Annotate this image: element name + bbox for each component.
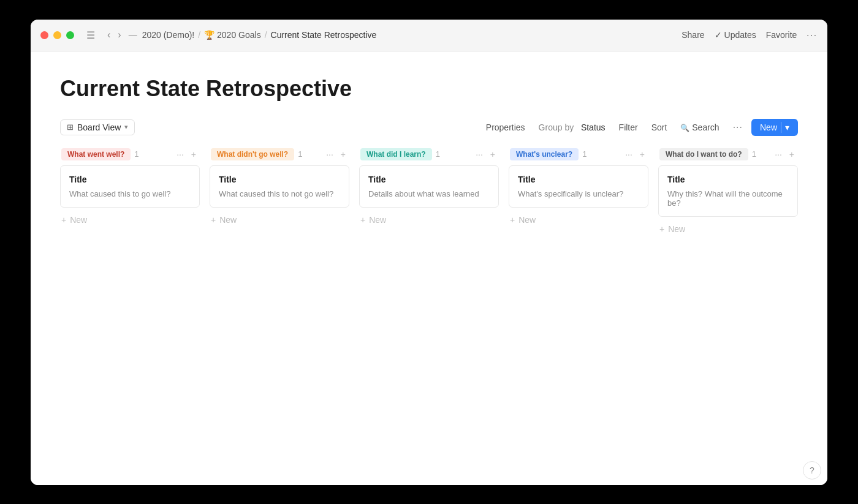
plus-icon-want-to-do: + — [659, 224, 664, 234]
column-header-want-to-do: What do I want to do? 1 ··· + — [658, 148, 798, 160]
help-button[interactable]: ? — [803, 461, 821, 480]
card-unclear[interactable]: Title What's specifically is unclear? — [509, 165, 648, 208]
card-title-want-to-do: Title — [667, 175, 789, 184]
card-title-went-well: Title — [69, 175, 191, 184]
card-desc-want-to-do: Why this? What will the outcome be? — [667, 189, 789, 208]
col-more-btn-learned[interactable]: ··· — [473, 148, 485, 160]
new-item-label-learned: New — [369, 215, 386, 225]
col-more-btn-not-go-well[interactable]: ··· — [324, 148, 336, 160]
plus-icon-unclear: + — [510, 215, 515, 225]
card-want-to-do[interactable]: Title Why this? What will the outcome be… — [658, 165, 798, 217]
column-header-learned: What did I learn? 1 ··· + — [359, 148, 499, 160]
col-more-btn-went-well[interactable]: ··· — [174, 148, 186, 160]
search-button[interactable]: 🔍 Search — [675, 120, 724, 135]
col-count-learned: 1 — [436, 149, 440, 159]
sort-button[interactable]: Sort — [647, 120, 672, 135]
card-title-not-go-well: Title — [219, 175, 340, 184]
breadcrumb-goals[interactable]: 🏆 2020 Goals — [204, 30, 261, 40]
column-not-go-well: What didn't go well? 1 ··· + Title What … — [210, 148, 349, 227]
card-desc-learned: Details about what was learned — [368, 189, 490, 198]
hamburger-button[interactable]: ☰ — [84, 28, 97, 42]
new-item-btn-want-to-do[interactable]: + New — [658, 222, 798, 236]
col-add-btn-went-well[interactable]: + — [189, 148, 199, 160]
col-badge-learned: What did I learn? — [360, 148, 432, 160]
col-actions-not-go-well: ··· + — [324, 148, 348, 160]
col-count-went-well: 1 — [134, 149, 139, 159]
col-add-btn-learned[interactable]: + — [488, 148, 498, 160]
maximize-button[interactable] — [66, 31, 74, 39]
view-selector[interactable]: ⊞ Board View ▾ — [60, 119, 135, 135]
card-went-well[interactable]: Title What caused this to go well? — [60, 165, 200, 208]
forward-button[interactable]: › — [115, 28, 123, 42]
window-controls — [40, 31, 74, 39]
new-label: New — [760, 122, 777, 132]
checkmark-icon: ✓ — [715, 30, 722, 40]
card-title-unclear: Title — [518, 175, 639, 184]
new-button[interactable]: New ▾ — [751, 119, 798, 136]
col-badge-want-to-do: What do I want to do? — [659, 148, 748, 160]
new-item-btn-unclear[interactable]: + New — [509, 213, 648, 227]
plus-icon-went-well: + — [61, 215, 66, 225]
breadcrumb-demo[interactable]: 2020 (Demo)! — [142, 30, 195, 40]
chevron-down-icon: ▾ — [124, 123, 128, 131]
col-actions-want-to-do: ··· + — [772, 148, 797, 160]
new-item-label-went-well: New — [70, 215, 87, 225]
col-more-btn-unclear[interactable]: ··· — [623, 148, 635, 160]
new-item-label-unclear: New — [518, 215, 536, 225]
column-went-well: What went well? 1 ··· + Title What cause… — [60, 148, 200, 227]
view-label: Board View — [77, 122, 121, 132]
col-badge-went-well: What went well? — [61, 148, 131, 160]
app-window: ☰ ‹ › — 2020 (Demo)! / 🏆 2020 Goals / Cu… — [31, 20, 827, 485]
card-not-go-well[interactable]: Title What caused this to not go well? — [210, 165, 349, 208]
group-by-button[interactable]: Group by Status — [534, 120, 610, 135]
filter-button[interactable]: Filter — [614, 120, 643, 135]
new-item-btn-not-go-well[interactable]: + New — [210, 213, 349, 227]
col-actions-went-well: ··· + — [174, 148, 199, 160]
breadcrumb-sep-2: / — [265, 30, 267, 40]
col-badge-unclear: What's unclear? — [510, 148, 579, 160]
share-button[interactable]: Share — [681, 30, 704, 40]
breadcrumb-current: Current State Retrospective — [271, 30, 377, 40]
card-learned[interactable]: Title Details about what was learned — [359, 165, 499, 208]
properties-button[interactable]: Properties — [481, 120, 530, 135]
col-add-btn-unclear[interactable]: + — [637, 148, 647, 160]
col-more-btn-want-to-do[interactable]: ··· — [772, 148, 784, 160]
col-add-btn-not-go-well[interactable]: + — [338, 148, 348, 160]
toolbar-right: Properties Group by Status Filter Sort 🔍… — [481, 119, 798, 136]
toolbar-more-button[interactable]: ··· — [728, 119, 748, 135]
col-badge-not-go-well: What didn't go well? — [211, 148, 294, 160]
card-desc-unclear: What's specifically is unclear? — [518, 189, 639, 198]
search-icon: 🔍 — [680, 124, 689, 132]
new-item-label-not-go-well: New — [219, 215, 237, 225]
new-item-btn-learned[interactable]: + New — [359, 213, 499, 227]
new-chevron-icon: ▾ — [785, 122, 789, 132]
column-header-went-well: What went well? 1 ··· + — [60, 148, 200, 160]
favorite-button[interactable]: Favorite — [766, 30, 797, 40]
breadcrumb: 2020 (Demo)! / 🏆 2020 Goals / Current St… — [142, 30, 682, 40]
board-view-icon: ⊞ — [67, 122, 74, 132]
close-button[interactable] — [40, 31, 48, 39]
back-button[interactable]: ‹ — [105, 28, 113, 42]
column-header-unclear: What's unclear? 1 ··· + — [509, 148, 648, 160]
updates-button[interactable]: ✓ Updates — [715, 30, 756, 40]
board: What went well? 1 ··· + Title What cause… — [60, 148, 798, 236]
col-add-btn-want-to-do[interactable]: + — [787, 148, 797, 160]
col-count-want-to-do: 1 — [752, 149, 756, 159]
column-header-not-go-well: What didn't go well? 1 ··· + — [210, 148, 349, 160]
dash-icon: — — [129, 30, 137, 40]
nav-arrows: ‹ › — [105, 28, 124, 42]
new-item-btn-went-well[interactable]: + New — [60, 213, 200, 227]
minimize-button[interactable] — [53, 31, 61, 39]
page-title: Current State Retrospective — [60, 76, 798, 102]
titlebar: ☰ ‹ › — 2020 (Demo)! / 🏆 2020 Goals / Cu… — [31, 20, 827, 51]
card-title-learned: Title — [368, 175, 490, 184]
titlebar-actions: Share ✓ Updates Favorite ··· — [681, 30, 818, 40]
plus-icon-learned: + — [360, 215, 365, 225]
column-unclear: What's unclear? 1 ··· + Title What's spe… — [509, 148, 648, 227]
plus-icon-not-go-well: + — [211, 215, 216, 225]
col-actions-unclear: ··· + — [623, 148, 647, 160]
breadcrumb-sep-1: / — [198, 30, 200, 40]
more-button[interactable]: ··· — [807, 30, 818, 40]
new-item-label-want-to-do: New — [668, 224, 685, 234]
group-by-value: Status — [581, 122, 606, 132]
